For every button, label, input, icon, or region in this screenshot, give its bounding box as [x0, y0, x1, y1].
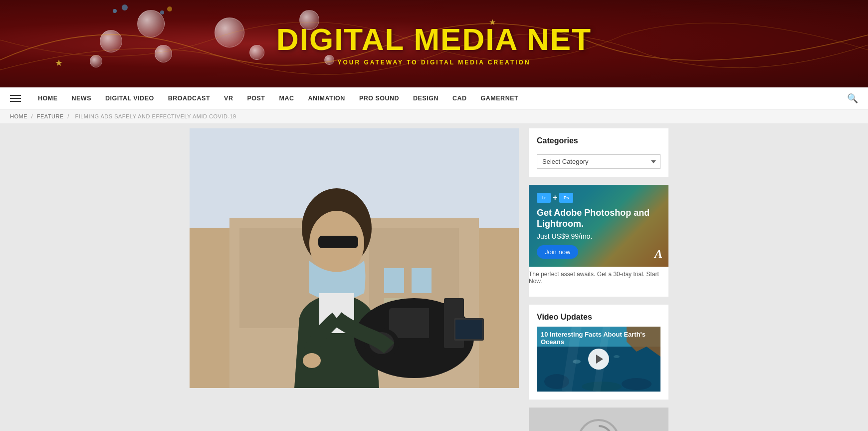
nav-item-mac[interactable]: MAC [272, 87, 301, 109]
nav-item-broadcast[interactable]: BROADCAST [161, 87, 217, 109]
svg-rect-15 [318, 236, 358, 248]
video-placeholder-svg [529, 408, 668, 431]
site-subtitle: YOUR GATEWAY TO DIGITAL MEDIA CREATION [337, 59, 530, 66]
nav-item-cad[interactable]: CAD [445, 87, 474, 109]
nav-item-home[interactable]: HOME [31, 87, 65, 109]
site-title: DIGITAL MEDIA NET [276, 21, 592, 57]
categories-section: Categories Select Category [529, 128, 668, 177]
breadcrumb-sep1: / [31, 113, 33, 119]
breadcrumb-home[interactable]: HOME [10, 113, 27, 119]
svg-rect-11 [412, 268, 432, 293]
video-section-2 [529, 408, 668, 431]
plus-icon: + [553, 193, 557, 202]
svg-point-25 [303, 353, 321, 368]
svg-point-30 [622, 378, 651, 390]
article-hero-image [190, 128, 519, 388]
breadcrumb-feature[interactable]: FEATURE [37, 113, 64, 119]
breadcrumb: HOME / FEATURE / FILMING ADS SAFELY AND … [0, 109, 868, 123]
breadcrumb-sep2: / [67, 113, 69, 119]
adobe-icons: Lr + Ps [537, 193, 660, 203]
lr-icon: Lr [537, 193, 551, 203]
hamburger-menu[interactable] [10, 95, 21, 102]
nav-item-pro-sound[interactable]: PRO SOUND [352, 87, 406, 109]
site-header: ★ ★ DIGITAL MEDIA NET YOUR GATEWAY TO DI… [0, 0, 868, 87]
adobe-ad: Lr + Ps Get Adobe Photoshop and Lightroo… [529, 185, 668, 267]
adobe-ad-section: Lr + Ps Get Adobe Photoshop and Lightroo… [529, 185, 668, 297]
video-placeholder-2[interactable] [529, 408, 668, 431]
article-image-svg [190, 128, 519, 388]
category-select[interactable]: Select Category [537, 154, 660, 169]
svg-rect-22 [455, 320, 482, 339]
search-icon[interactable]: 🔍 [847, 93, 858, 104]
adobe-ad-price: Just US$9.99/mo. [537, 232, 660, 240]
nav-item-gamernet[interactable]: GAMERNET [474, 87, 526, 109]
categories-title: Categories [537, 136, 660, 148]
adobe-join-button[interactable]: Join now [537, 245, 578, 259]
video-updates-title: Video Updates [537, 313, 660, 322]
svg-rect-10 [384, 268, 404, 293]
breadcrumb-article: FILMING ADS SAFELY AND EFFECTIVELY AMID … [75, 113, 236, 119]
svg-point-33 [614, 355, 620, 358]
svg-point-3 [167, 6, 172, 11]
main-nav: HOME NEWS DIGITAL VIDEO BROADCAST VR POS… [0, 87, 868, 109]
page-layout: Categories Select Category Lr + Ps Get A… [0, 123, 868, 431]
nav-item-vr[interactable]: VR [217, 87, 240, 109]
nav-item-post[interactable]: POST [240, 87, 272, 109]
sidebar: Categories Select Category Lr + Ps Get A… [529, 128, 668, 431]
svg-point-2 [160, 10, 164, 14]
video-thumbnail-1[interactable]: 10 Interesting Facts About Earth's Ocean… [537, 327, 660, 392]
video-title-1: 10 Interesting Facts About Earth's Ocean… [541, 331, 656, 346]
nav-item-design[interactable]: DESIGN [406, 87, 445, 109]
adobe-ad-heading: Get Adobe Photoshop and Lightroom. [537, 208, 660, 229]
svg-point-0 [113, 9, 117, 13]
nav-item-animation[interactable]: ANIMATION [301, 87, 352, 109]
video-updates-section: Video Updates [529, 305, 668, 400]
play-button-1[interactable] [588, 349, 609, 370]
nav-item-digital-video[interactable]: DIGITAL VIDEO [98, 87, 161, 109]
nav-items: HOME NEWS DIGITAL VIDEO BROADCAST VR POS… [31, 87, 847, 109]
left-spacer [10, 128, 180, 431]
main-content [190, 128, 519, 431]
ad-subtext: The perfect asset awaits. Get a 30-day t… [529, 267, 668, 289]
svg-point-1 [122, 4, 128, 10]
ps-icon: Ps [559, 193, 573, 203]
adobe-logo: A [654, 247, 662, 261]
nav-item-news[interactable]: NEWS [65, 87, 99, 109]
